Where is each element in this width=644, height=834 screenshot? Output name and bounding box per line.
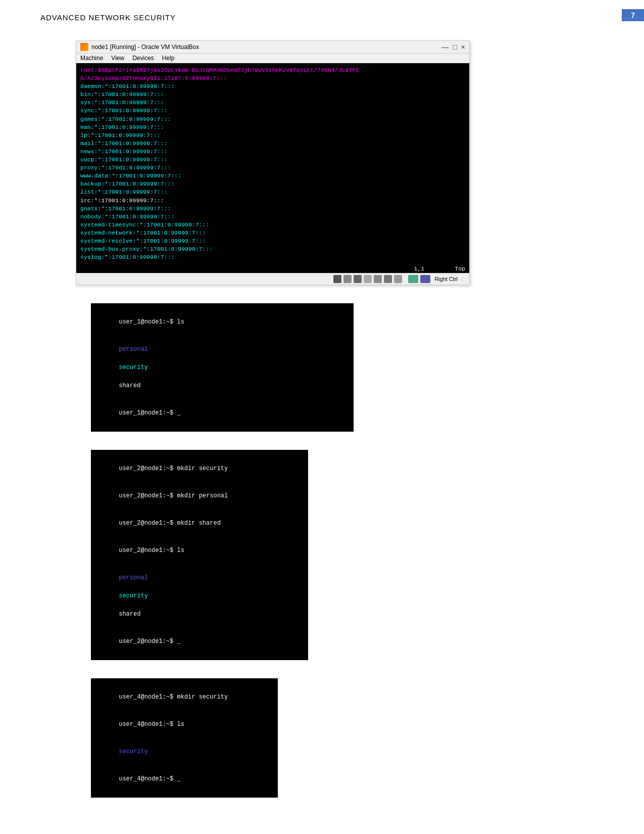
terminal-line: sync:*:17001:0:99999:7::: <box>80 107 465 115</box>
terminal-line: syslog:*:17001:0:99999:7::: <box>80 253 465 261</box>
terminal-line: systemd-network:*:17001:0:99999:7::: <box>80 229 465 237</box>
terminal-line: nobody:*:17001:0:99999:7::: <box>80 213 465 221</box>
terminal-line: uucp:*:17001:0:99999:7::: <box>80 156 465 164</box>
toolbar-icon-1[interactable] <box>333 275 341 283</box>
vbox-menubar: Machine View Devices Help <box>76 54 469 63</box>
terminal-line: list:*:17001:0:99999:7::: <box>80 188 465 196</box>
toolbar-icon-2[interactable] <box>343 275 352 283</box>
terminal-line: systemd-timesync:*:17001:0:99999:7::: <box>80 221 465 229</box>
terminal-line: daemon:*:17001:0:99999:7::: <box>80 82 465 90</box>
vbox-toolbar: Right Ctrl ⋮ <box>76 273 469 285</box>
terminal-line: systemd-bus-proxy:*:17001:0:99999:7::: <box>80 245 465 253</box>
snippet1-line2: personal security shared <box>97 336 348 399</box>
vbox-title-left: node1 [Running] - Oracle VM VirtualBox <box>80 43 199 51</box>
vbox-win-controls[interactable]: — □ × <box>441 43 465 51</box>
terminal-statusbar: 1,1 Top <box>76 264 469 273</box>
snippet2-line5: personal security shared <box>97 564 302 628</box>
snippet2-line4: user_2@node1:~$ ls <box>97 537 302 564</box>
right-ctrl-label: Right Ctrl <box>434 276 458 282</box>
snippet1-line1: user_1@node1:~$ ls <box>97 308 348 336</box>
page-number-badge: 7 <box>622 9 644 21</box>
vbox-titlebar: node1 [Running] - Oracle VM VirtualBox —… <box>76 41 469 54</box>
toolbar-icon-8[interactable] <box>408 275 418 283</box>
snippet-user1: user_1@node1:~$ ls personal security sha… <box>91 303 354 432</box>
snippet2-line2: user_2@node1:~$ mkdir personal <box>97 482 302 509</box>
cursor-position: 1,1 <box>414 265 425 272</box>
terminal-line: root:$6$ptP2riYa$RITj6s2CUcYkdm.EGJtqMMX… <box>80 66 465 74</box>
snippet3-line1: user_4@node1:~$ mkdir security <box>97 683 272 711</box>
menu-view[interactable]: View <box>111 55 124 62</box>
resize-handle: ⋮ <box>460 276 465 283</box>
terminal-line: systemd-resolve:*:17001:0:99999:7::: <box>80 237 465 245</box>
terminal-line: www-data:*:17001:0:99999:7::: <box>80 172 465 180</box>
toolbar-icon-3[interactable] <box>354 275 362 283</box>
terminal-line: lp:*:17001:0:99999:7::: <box>80 131 465 140</box>
toolbar-icon-9[interactable] <box>420 275 430 283</box>
terminal-line: bin:*:17001:0:99999:7::: <box>80 90 465 99</box>
snippet3-line4: user_4@node1:~$ _ <box>97 765 272 793</box>
snippet-user2: user_2@node1:~$ mkdir security user_2@no… <box>91 450 308 660</box>
terminal-line: news:*:17001:0:99999:7::: <box>80 148 465 156</box>
terminal-line: proxy:*:17001:0:99999:7::: <box>80 164 465 172</box>
toolbar-icon-7[interactable] <box>394 275 402 283</box>
content-area: node1 [Running] - Oracle VM VirtualBox —… <box>40 40 604 798</box>
snippet1-line3: user_1@node1:~$ _ <box>97 399 348 427</box>
menu-devices[interactable]: Devices <box>132 55 154 62</box>
close-button[interactable]: × <box>461 43 465 51</box>
view-mode: Top <box>455 265 465 272</box>
snippet3-line2: user_4@node1:~$ ls <box>97 711 272 738</box>
menu-machine[interactable]: Machine <box>80 55 103 62</box>
terminal-line: G/Az3Ly3onWJdZYnKuxyGI1:17207:0:99999:7:… <box>80 74 465 82</box>
maximize-button[interactable]: □ <box>453 43 457 51</box>
snippet2-line3: user_2@node1:~$ mkdir shared <box>97 509 302 537</box>
terminal-line: backup:*:17001:0:99999:7::: <box>80 180 465 188</box>
toolbar-icon-6[interactable] <box>384 275 392 283</box>
virtualbox-window: node1 [Running] - Oracle VM VirtualBox —… <box>76 40 470 285</box>
minimize-button[interactable]: — <box>441 43 449 51</box>
page-title: ADVANCED NETWORK SECURITY <box>40 13 176 22</box>
terminal-line: games:*:17001:0:99999:7::: <box>80 115 465 123</box>
menu-help[interactable]: Help <box>162 55 175 62</box>
main-terminal: root:$6$ptP2riYa$RITj6s2CUcYkdm.EGJtqMMX… <box>76 63 469 264</box>
snippet-user4: user_4@node1:~$ mkdir security user_4@no… <box>91 678 278 798</box>
snippet3-line3: security <box>97 738 272 765</box>
vbox-icon <box>80 43 88 51</box>
terminal-line: gnats:*:17001:0:99999:7::: <box>80 205 465 213</box>
terminal-line: man:*:17001:0:99999:7::: <box>80 123 465 131</box>
snippet2-line6: user_2@node1:~$ _ <box>97 628 302 655</box>
toolbar-icon-5[interactable] <box>374 275 382 283</box>
vbox-title-text: node1 [Running] - Oracle VM VirtualBox <box>91 43 199 51</box>
terminal-line: sys:*:17001:0:99999:7::: <box>80 99 465 107</box>
toolbar-icon-4[interactable] <box>364 275 372 283</box>
terminal-line: mail:*:17001:0:99999:7::: <box>80 140 465 148</box>
terminal-line: irc:*:17001:0:99999:7::: <box>80 197 465 205</box>
snippet2-line1: user_2@node1:~$ mkdir security <box>97 455 302 482</box>
